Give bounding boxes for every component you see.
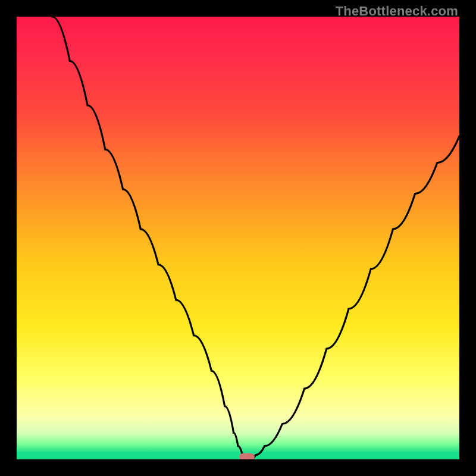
bottleneck-curve	[17, 17, 459, 459]
optimal-point-marker	[239, 453, 255, 459]
plot-area	[17, 17, 459, 459]
chart-frame: TheBottleneck.com	[0, 0, 476, 476]
